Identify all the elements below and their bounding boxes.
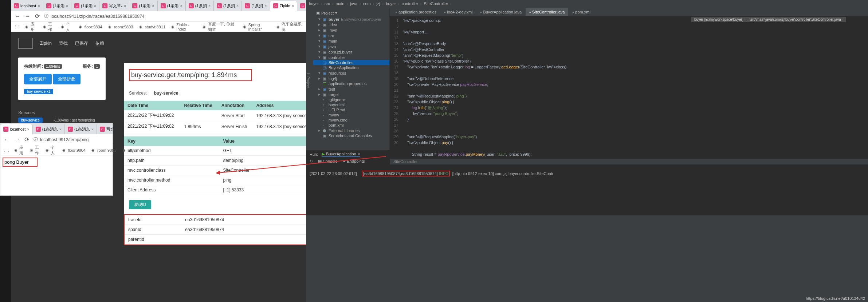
back-icon[interactable]: ← <box>4 136 10 143</box>
endpoints-tab[interactable]: ✦ Endpoints <box>342 159 365 164</box>
browser-tab[interactable]: Clocalhost× <box>0 124 33 134</box>
project-tree[interactable]: ▾▣ buyer E:\myworkspace\buyer▸▣ .idea▸▣ … <box>313 16 389 138</box>
browser-tab[interactable]: Clocalhost× <box>11 1 43 11</box>
forward-icon[interactable]: → <box>14 136 20 143</box>
tree-node[interactable]: Ⓒ SiteController <box>313 60 389 65</box>
nav-zipkin[interactable]: Zipkin <box>40 41 52 46</box>
breadcrumb-part[interactable]: java <box>350 1 357 7</box>
bookmark-item[interactable]: ◉Zipkin - Index <box>170 23 197 31</box>
tree-node[interactable]: ▫ HELP.md <box>313 107 389 112</box>
browser-tab[interactable]: C(1条消× <box>242 1 270 11</box>
breadcrumb-part[interactable]: controller <box>402 1 418 7</box>
browser-tab[interactable]: C(1条消× <box>43 1 71 11</box>
reload-icon[interactable]: ⟳ <box>24 136 29 143</box>
ide-left-gutter[interactable]: 1: Project <box>306 8 313 150</box>
reload-icon[interactable]: ⟳ <box>35 13 40 20</box>
bookmark-item[interactable]: ◉应用 <box>14 145 25 156</box>
bookmark-item[interactable]: ◉工作 <box>30 145 40 156</box>
tree-node[interactable]: ▫ mvnw.cmd <box>313 118 389 123</box>
breadcrumb-part[interactable]: buyer <box>309 1 319 7</box>
close-icon[interactable]: × <box>91 127 94 131</box>
console-tab[interactable]: ▤ Console <box>318 159 337 164</box>
tree-node[interactable]: ▫ mvnw <box>313 112 389 118</box>
bookmark-item[interactable]: ◉个人 <box>60 21 73 32</box>
bookmark-item[interactable]: ◉汽车金融系统 <box>276 21 302 32</box>
close-icon[interactable]: × <box>292 4 294 8</box>
breadcrumb-part[interactable]: src <box>325 1 330 7</box>
breadcrumb-part[interactable]: com <box>363 1 371 7</box>
bookmark-item[interactable]: ◉Spring Initializr <box>243 23 271 31</box>
bookmark-item[interactable]: ◉studyt:8911 <box>138 24 165 29</box>
trace-span[interactable]: -1.894ms : get /temp/ping <box>54 118 95 122</box>
close-icon[interactable]: × <box>38 4 40 8</box>
close-icon[interactable]: × <box>27 127 29 131</box>
address-bar[interactable]: ⓘ localhost:9912/temp/ping <box>34 136 109 143</box>
tree-node[interactable]: ▸▣ target <box>313 92 389 97</box>
close-icon[interactable]: × <box>264 4 267 8</box>
tree-node[interactable]: ▸▣ log4j <box>313 76 389 81</box>
tree-node[interactable]: ▸▣ .idea <box>313 22 389 27</box>
nav-saved[interactable]: 已保存 <box>75 40 88 47</box>
editor-tab[interactable]: ▫pom.xml <box>569 8 594 16</box>
breadcrumb-part[interactable]: buyer <box>386 1 396 7</box>
tree-node[interactable]: ☰ application.properties <box>313 81 389 86</box>
apps-icon[interactable]: ⋮⋮ <box>15 24 20 29</box>
browser-tab[interactable]: C写文章-× <box>99 1 129 11</box>
nav-deps[interactable]: 依赖 <box>95 40 104 47</box>
tree-node[interactable]: ▸▣ .mvn <box>313 27 389 33</box>
browser-tab[interactable]: C(1条消息× <box>33 124 65 134</box>
close-icon[interactable]: × <box>59 127 62 131</box>
breadcrumb-part[interactable]: SiteController <box>424 1 448 7</box>
source-code[interactable]: "kw">package com.jz "kw">import ... "ann… <box>401 16 570 159</box>
bookmark-item[interactable]: ◉floor:9804 <box>61 148 86 153</box>
breadcrumb-part[interactable]: main <box>336 1 345 7</box>
close-icon[interactable]: × <box>358 152 360 156</box>
tree-node[interactable]: Ⓒ BuyerApplication <box>313 65 389 70</box>
browser-tab[interactable]: C买家 英× <box>297 1 306 11</box>
tree-node[interactable]: ▾▣ resources <box>313 70 389 76</box>
collapse-all-button[interactable]: 全部折叠 <box>53 74 80 84</box>
browser-tab[interactable]: C(1条消息× <box>65 124 97 134</box>
browser-tab[interactable]: C(1条消× <box>158 1 186 11</box>
back-icon[interactable]: ← <box>15 13 20 20</box>
editor-tab[interactable]: ▫application.properties <box>392 8 440 16</box>
close-icon[interactable]: × <box>66 4 68 8</box>
close-icon[interactable]: × <box>124 4 126 8</box>
apps-icon[interactable]: ⋮⋮ <box>4 148 9 153</box>
bookmark-item[interactable]: ◉floor:9804 <box>78 24 102 29</box>
bookmark-item[interactable]: ◉个人 <box>46 145 56 156</box>
tree-node[interactable]: ▫ pom.xml <box>313 123 389 128</box>
close-icon[interactable]: × <box>152 4 154 8</box>
scratches[interactable]: ▣ Scratches and Consoles <box>313 133 389 138</box>
run-config-tab[interactable]: ▶ BuyerApplication × <box>322 152 360 157</box>
bookmark-item[interactable]: ◉百度一下, 你就知道 <box>202 21 237 32</box>
restart-icon[interactable]: ↻ <box>310 159 313 164</box>
breadcrumb-part[interactable]: jzj <box>376 1 380 7</box>
external-libs[interactable]: ▸⬢ External Libraries <box>313 128 389 133</box>
browser-tab[interactable]: C(1条消× <box>129 1 157 11</box>
browser-tab[interactable]: C(1条消× <box>71 1 99 11</box>
bookmark-item[interactable]: ◉工作 <box>43 21 55 32</box>
tree-node[interactable]: ▾▣ com.jzj.buyer <box>313 49 389 55</box>
editor-tab[interactable]: ▫log4j2-dev.xml <box>440 8 476 16</box>
close-icon[interactable]: × <box>208 4 211 8</box>
nav-find[interactable]: 查找 <box>59 40 68 47</box>
close-icon[interactable]: × <box>94 4 96 8</box>
bookmark-item[interactable]: ◉room:9803 <box>91 148 117 153</box>
close-icon[interactable]: × <box>180 4 182 8</box>
expand-all-button[interactable]: 全部展开 <box>24 74 52 84</box>
tree-node[interactable]: ▾▣ main <box>313 38 389 44</box>
browser-tab[interactable]: C写文章-× <box>97 124 113 134</box>
show-id-button[interactable]: 展现ID <box>129 200 151 209</box>
tree-node[interactable]: ▸▣ test <box>313 86 389 92</box>
console-output[interactable]: [2021-02-22 23:09:02:912] [ea3d169881950… <box>306 164 868 183</box>
forward-icon[interactable]: → <box>25 13 31 20</box>
tree-node[interactable]: ▾▣ java <box>313 44 389 49</box>
tree-root[interactable]: ▾▣ buyer E:\myworkspace\buyer <box>313 16 389 22</box>
close-icon[interactable]: × <box>236 4 239 8</box>
browser-tab[interactable]: CZipkin× <box>270 1 298 11</box>
code-editor[interactable]: 1311121314151617181920212223242526272829… <box>390 16 868 159</box>
bookmark-item[interactable]: ◉room:9803 <box>107 24 133 29</box>
bookmark-item[interactable]: ◉应用 <box>25 21 38 32</box>
browser-tab[interactable]: C(1条消× <box>214 1 242 11</box>
